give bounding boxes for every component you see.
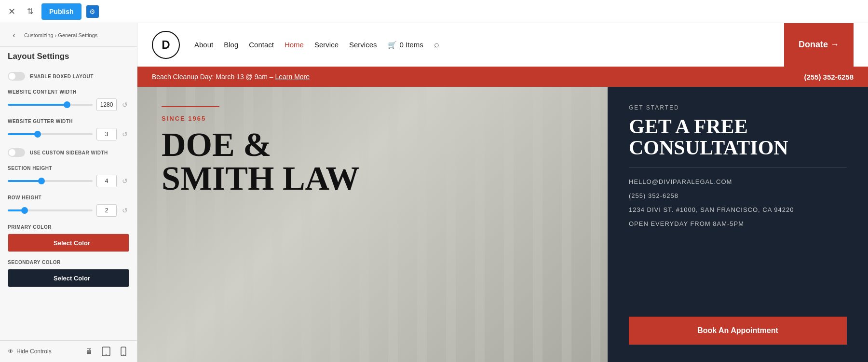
- mobile-view-icon[interactable]: [118, 346, 129, 357]
- secondary-color-section: Secondary Color Select Color: [8, 260, 129, 287]
- svg-point-1: [106, 354, 107, 355]
- donate-button[interactable]: Donate →: [784, 23, 854, 67]
- section-height-label: Section Height: [8, 166, 129, 171]
- section-height-slider-row: 4 ↺: [8, 175, 129, 187]
- secondary-color-row: Select Color: [8, 269, 129, 287]
- custom-sidebar-row: Use Custom Sidebar Width: [8, 148, 129, 157]
- website-gutter-width-reset[interactable]: ↺: [121, 130, 129, 138]
- get-started-label: GET STARTED: [629, 104, 847, 111]
- hero-since: Since 1965: [162, 115, 583, 122]
- hide-controls-label: Hide Controls: [16, 348, 52, 355]
- panel-body: Enable Boxed Layout Website Content Widt…: [0, 67, 137, 340]
- secondary-color-swatch[interactable]: [8, 269, 15, 287]
- panel-back-button[interactable]: ‹: [8, 29, 20, 42]
- secondary-color-button[interactable]: Select Color: [15, 269, 129, 287]
- eye-icon: 👁: [8, 348, 14, 355]
- website-content-width-label: Website Content Width: [8, 89, 129, 95]
- left-panel: ‹ Customizing › General Settings Layout …: [0, 23, 137, 362]
- primary-color-section: Primary Color Select Color: [8, 224, 129, 252]
- enable-boxed-toggle[interactable]: [8, 72, 25, 81]
- primary-color-row: Select Color: [8, 234, 129, 252]
- nav-services[interactable]: Services: [349, 41, 377, 49]
- hero-right: GET STARTED GET A FREE CONSULTATION HELL…: [608, 87, 868, 362]
- primary-color-button[interactable]: Select Color: [15, 234, 129, 251]
- website-content-width-track[interactable]: [8, 104, 93, 106]
- row-height-track[interactable]: [8, 209, 93, 211]
- row-height-section: Row Height 2 ↺: [8, 195, 129, 217]
- primary-color-label: Primary Color: [8, 224, 129, 230]
- contact-info: HELLO@DIVIPARALEGAL.COM (255) 352-6258 1…: [629, 178, 847, 227]
- panel-header: ‹ Customizing › General Settings: [0, 23, 137, 47]
- website-content-width-value[interactable]: 1280: [96, 98, 117, 111]
- website-gutter-width-track[interactable]: [8, 133, 93, 135]
- cart-icon: 🛒: [388, 41, 397, 49]
- announcement-text: Beach Cleanup Day: March 13 @ 9am – Lear…: [152, 73, 310, 81]
- website-content-width-fill: [8, 104, 67, 106]
- nav-contact[interactable]: Contact: [249, 41, 274, 49]
- section-height-value[interactable]: 4: [96, 175, 117, 187]
- enable-boxed-layout-row: Enable Boxed Layout: [8, 72, 129, 81]
- nav-blog[interactable]: Blog: [224, 41, 238, 49]
- primary-color-swatch[interactable]: [8, 234, 15, 251]
- row-height-value[interactable]: 2: [96, 204, 117, 217]
- section-height-track[interactable]: [8, 180, 93, 182]
- section-height-fill: [8, 180, 41, 182]
- secondary-color-label: Secondary Color: [8, 260, 129, 265]
- website-gutter-width-label: Website Gutter Width: [8, 119, 129, 124]
- publish-label: Publish: [49, 8, 74, 15]
- panel-title: Layout Settings: [0, 47, 137, 67]
- website-gutter-width-fill: [8, 133, 38, 135]
- site-preview: D About Blog Contact Home Service Servic…: [137, 23, 868, 362]
- hide-controls-button[interactable]: 👁 Hide Controls: [8, 348, 77, 355]
- row-height-reset[interactable]: ↺: [121, 207, 129, 214]
- hero-left: Since 1965 DOE & SMITH LAW: [137, 87, 608, 362]
- cart-count: 0 Items: [400, 41, 423, 49]
- website-gutter-width-section: Website Gutter Width 3 ↺: [8, 119, 129, 140]
- website-content-width-reset[interactable]: ↺: [121, 101, 129, 109]
- website-content-width-thumb[interactable]: [64, 101, 70, 108]
- website-gutter-width-value[interactable]: 3: [96, 128, 117, 140]
- nav-about[interactable]: About: [194, 41, 213, 49]
- learn-more-link[interactable]: Learn More: [275, 73, 310, 81]
- contact-hours: OPEN EVERYDAY FROM 8AM-5PM: [629, 220, 847, 227]
- section-height-reset[interactable]: ↺: [121, 177, 129, 185]
- row-height-slider-row: 2 ↺: [8, 204, 129, 217]
- book-appointment-button[interactable]: Book An Appointment: [629, 317, 847, 345]
- consultation-title: GET A FREE CONSULTATION: [629, 116, 847, 158]
- site-nav: D About Blog Contact Home Service Servic…: [137, 23, 868, 67]
- custom-sidebar-label: Use Custom Sidebar Width: [30, 150, 108, 155]
- website-gutter-width-thumb[interactable]: [34, 131, 41, 138]
- nav-home[interactable]: Home: [285, 41, 304, 49]
- sort-button[interactable]: ⇅: [23, 5, 37, 18]
- close-button[interactable]: ✕: [5, 5, 18, 18]
- hero-content: Since 1965 DOE & SMITH LAW: [137, 87, 608, 215]
- desktop-view-icon[interactable]: 🖥: [83, 346, 95, 357]
- contact-email: HELLO@DIVIPARALEGAL.COM: [629, 178, 847, 185]
- top-bar: ✕ ⇅ Publish ⚙: [0, 0, 868, 23]
- breadcrumb: Customizing › General Settings: [24, 32, 97, 38]
- announcement-phone: (255) 352-6258: [804, 73, 854, 81]
- nav-service[interactable]: Service: [314, 41, 339, 49]
- svg-point-3: [123, 354, 124, 355]
- publish-button[interactable]: Publish: [41, 3, 81, 20]
- row-height-thumb[interactable]: [21, 207, 28, 214]
- section-height-section: Section Height 4 ↺: [8, 166, 129, 187]
- section-height-thumb[interactable]: [38, 178, 45, 184]
- publish-gear-button[interactable]: ⚙: [86, 5, 99, 18]
- hero-section: Since 1965 DOE & SMITH LAW GET STARTED G…: [137, 87, 868, 362]
- row-height-label: Row Height: [8, 195, 129, 200]
- announcement-bar: Beach Cleanup Day: March 13 @ 9am – Lear…: [137, 67, 868, 87]
- main-layout: ‹ Customizing › General Settings Layout …: [0, 23, 868, 362]
- tablet-view-icon[interactable]: [100, 346, 112, 357]
- nav-cart[interactable]: 🛒 0 Items: [388, 41, 423, 49]
- panel-footer: 👁 Hide Controls 🖥: [0, 340, 137, 362]
- hero-decorative-line: [162, 106, 219, 107]
- nav-links: About Blog Contact Home Service Services…: [194, 40, 770, 50]
- website-gutter-width-slider-row: 3 ↺: [8, 128, 129, 140]
- hero-title: DOE & SMITH LAW: [162, 128, 583, 195]
- contact-address: 1234 DIVI ST. #1000, SAN FRANCISCO, CA 9…: [629, 206, 847, 213]
- enable-boxed-label: Enable Boxed Layout: [30, 74, 94, 79]
- contact-phone: (255) 352-6258: [629, 192, 847, 199]
- custom-sidebar-toggle[interactable]: [8, 148, 25, 157]
- search-icon[interactable]: ⌕: [434, 40, 439, 50]
